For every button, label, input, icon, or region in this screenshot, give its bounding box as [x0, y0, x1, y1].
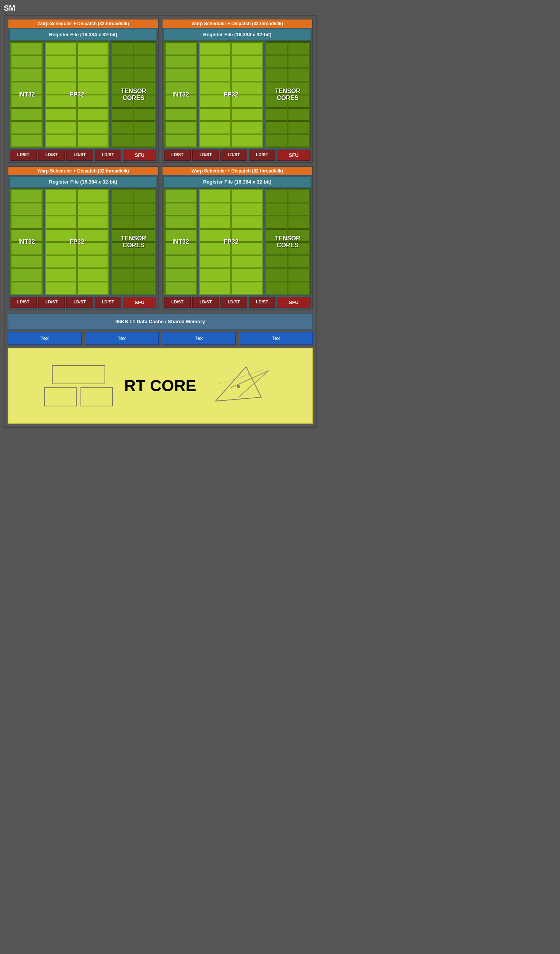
sm-title: SM [4, 4, 317, 13]
tensor-cell [134, 256, 155, 268]
fp32-cell [46, 82, 76, 95]
tensor-cell [112, 256, 133, 268]
int32-cell [11, 95, 42, 108]
fp32-block-3: FP32 [45, 189, 109, 295]
tensor-cell [134, 82, 155, 95]
bvh-box-small-2 [80, 387, 113, 406]
tensor-cell [266, 190, 287, 202]
fp32-cell [77, 135, 108, 147]
fp32-cell [77, 108, 108, 121]
tensor-cell [266, 42, 287, 55]
fp32-cell [200, 269, 230, 281]
tensor-cell [288, 69, 309, 81]
tensor-cell [112, 242, 133, 255]
fp32-cell [200, 256, 230, 268]
fp32-block-4: FP32 [199, 189, 263, 295]
tensor-cell [288, 229, 309, 242]
register-file-2: Register File (16,384 x 32-bit) [164, 29, 311, 40]
fp32-cell [232, 95, 262, 108]
bvh-bottom-boxes [44, 387, 113, 406]
ldst-btn-16: LD/ST [249, 297, 275, 308]
ldst-btn-5: LD/ST [164, 150, 191, 161]
tensor-cell [134, 42, 155, 55]
tex-btn-4: Tex [239, 332, 313, 345]
tensor-cell [112, 282, 133, 295]
int32-block-1: INT32 [10, 41, 43, 148]
tensor-cell [112, 82, 133, 95]
int32-cell [165, 242, 196, 255]
sfu-btn-3: SFU [123, 297, 156, 308]
int32-cell [165, 69, 196, 81]
tensor-cell [112, 269, 133, 281]
tensor-cell [112, 229, 133, 242]
fp32-cell [200, 121, 230, 134]
int32-cell [165, 203, 196, 216]
fp32-cell [77, 203, 108, 216]
fp32-cell [232, 256, 262, 268]
tensor-block-3: TENSORCORES [111, 189, 156, 295]
ldst-btn-6: LD/ST [192, 150, 219, 161]
fp32-cell [232, 42, 262, 55]
fp32-cell [46, 282, 76, 295]
fp32-cell [200, 216, 230, 229]
tensor-cell [266, 282, 287, 295]
tensor-cell [288, 203, 309, 216]
cores-area-2: INT32 FP32 [164, 41, 311, 148]
tensor-cell [266, 121, 287, 134]
tensor-block-4: TENSORCORES [265, 189, 311, 295]
int32-cell [11, 69, 42, 81]
ldst-btn-8: LD/ST [249, 150, 275, 161]
svg-marker-0 [216, 367, 261, 401]
fp32-cell [200, 69, 230, 81]
tensor-cell [266, 108, 287, 121]
tensor-cell [288, 42, 309, 55]
register-file-4: Register File (16,384 x 32-bit) [164, 177, 311, 187]
fp32-cell [77, 216, 108, 229]
fp32-cell [232, 216, 262, 229]
int32-cell [165, 269, 196, 281]
int32-cell [165, 42, 196, 55]
fp32-cell [46, 229, 76, 242]
fp32-cell [46, 108, 76, 121]
int32-cell [165, 256, 196, 268]
fp32-cell [46, 256, 76, 268]
fp32-cell [77, 229, 108, 242]
svg-line-2 [238, 371, 269, 397]
fp32-cell [77, 56, 108, 68]
fp32-cell [200, 82, 230, 95]
fp32-cell [232, 69, 262, 81]
svg-line-1 [231, 371, 269, 388]
tensor-cell [266, 135, 287, 147]
cores-area-4: INT32 FP32 [164, 189, 311, 295]
tensor-cell [112, 190, 133, 202]
tensor-cell [266, 269, 287, 281]
tensor-cell [134, 203, 155, 216]
tensor-block-2: TENSORCORES [265, 41, 311, 148]
tensor-cell [134, 95, 155, 108]
int32-block-4: INT32 [164, 189, 197, 295]
fp32-cell [232, 203, 262, 216]
fp32-cell [232, 229, 262, 242]
fp32-cell [232, 242, 262, 255]
fp32-cell [232, 135, 262, 147]
tex-btn-1: Tex [8, 332, 82, 345]
fp32-cell [77, 256, 108, 268]
tex-btn-3: Tex [162, 332, 236, 345]
fp32-cell [46, 190, 76, 202]
tensor-cell [288, 95, 309, 108]
ldst-btn-4: LD/ST [95, 150, 121, 161]
fp32-cell [200, 135, 230, 147]
svg-line-4 [219, 369, 267, 384]
fp32-cell [232, 108, 262, 121]
tensor-cell [266, 229, 287, 242]
bvh-box-large [52, 365, 105, 384]
fp32-cell [46, 95, 76, 108]
fp32-cell [77, 95, 108, 108]
ldst-row-1: LD/ST LD/ST LD/ST LD/ST SFU [10, 150, 156, 161]
tensor-cell [134, 190, 155, 202]
tensor-cell [288, 269, 309, 281]
int32-cell [11, 242, 42, 255]
quadrant-grid: Warp Scheduler + Dispatch (32 thread/clk… [8, 19, 313, 310]
int32-cell [11, 229, 42, 242]
fp32-cell [200, 56, 230, 68]
